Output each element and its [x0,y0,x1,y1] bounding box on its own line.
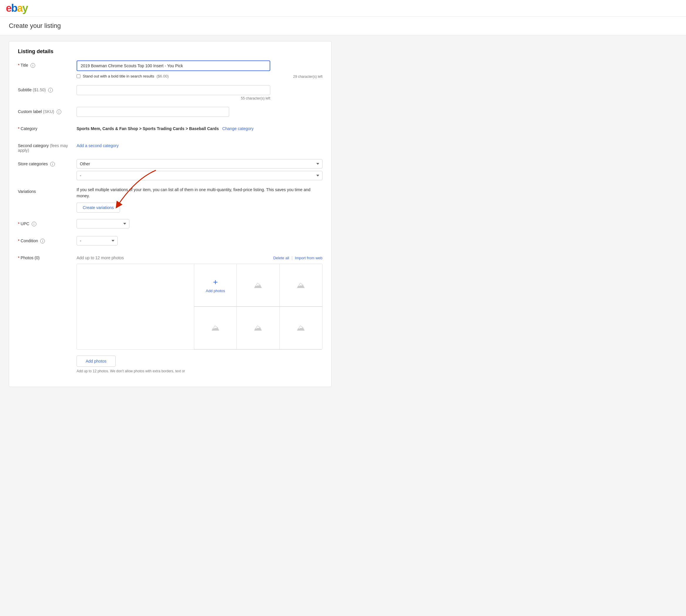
custom-label-input[interactable] [76,107,229,117]
subtitle-price: ($1.50) [33,88,46,92]
photos-actions: Delete all | Import from web [273,253,322,260]
condition-label: * Condition i [18,236,76,243]
title-row: * Title i Stand out with a bold title in… [18,61,322,79]
photo-thumb-2[interactable]: ⛰ [237,264,279,307]
category-required-marker: * [18,126,19,131]
bold-title-checkbox[interactable] [76,74,81,78]
page-title: Create your listing [9,22,677,30]
logo-y: y [22,2,28,14]
custom-label-text: Custom label [18,109,42,114]
custom-label-row: Custom label (SKU) i [18,107,322,117]
store-categories-select-2[interactable]: - [76,171,322,180]
category-value: Sports Mem, Cards & Fan Shop > Sports Tr… [76,126,219,131]
photo-placeholder-icon-2: ⛰ [254,280,262,290]
upc-label: * UPC i [18,219,76,226]
change-category-link[interactable]: Change category [222,126,254,131]
page-title-bar: Create your listing [0,17,686,35]
upc-info-icon[interactable]: i [32,222,37,226]
subtitle-field: 55 character(s) left [76,85,322,101]
title-info-icon[interactable]: i [30,63,35,68]
store-categories-row: Store categories i Other - [18,159,322,180]
store-categories-select-1[interactable]: Other [76,159,322,169]
title-required-marker: * [18,63,19,68]
variations-btn-wrapper: Create variations [76,203,120,213]
add-second-category-link[interactable]: Add a second category [76,141,118,148]
photos-field: Add up to 12 more photos Delete all | Im… [76,253,322,373]
custom-label-note: (SKU) [43,109,54,114]
condition-required-marker: * [18,238,19,243]
subtitle-input[interactable] [76,85,270,95]
subtitle-info-icon[interactable]: i [48,88,53,92]
second-category-text: Second category [18,143,49,148]
second-category-row: Second category (fees may apply) Add a s… [18,141,322,153]
photo-placeholder-icon-6: ⛰ [297,323,305,333]
photos-add-more-text: Add up to 12 more photos [76,253,124,260]
photo-thumb-3[interactable]: ⛰ [280,264,322,307]
subtitle-label: Subtitle ($1.50) i [18,85,76,92]
add-photos-button[interactable]: Add photos [76,356,116,367]
custom-label-field [76,107,322,117]
photos-header: Add up to 12 more photos Delete all | Im… [76,253,322,260]
import-from-web-link[interactable]: Import from web [295,256,322,260]
photos-separator: | [291,256,293,260]
title-char-count: 29 character(s) left [293,74,322,79]
upc-required-marker: * [18,221,19,226]
second-category-label: Second category (fees may apply) [18,141,76,153]
variations-label: Variations [18,187,76,194]
add-photo-plus-icon: + [213,278,218,287]
store-categories-info-icon[interactable]: i [50,162,55,167]
create-variations-button[interactable]: Create variations [76,203,120,213]
photo-thumb-6[interactable]: ⛰ [280,307,322,349]
variations-label-text: Variations [18,189,36,194]
photos-label-text: Photos [21,256,33,260]
condition-field: - [76,236,322,245]
category-row: * Category Sports Mem, Cards & Fan Shop … [18,124,322,134]
add-photos-cell[interactable]: + Add photos [194,264,237,307]
store-categories-text: Store categories [18,161,48,166]
upc-select[interactable] [76,219,130,228]
bold-title-label: Stand out with a bold title in search re… [83,74,154,79]
photo-thumb-4[interactable]: ⛰ [194,307,237,349]
photos-required-marker: * [18,256,19,260]
photos-label-col: * Photos (0) [18,253,76,260]
category-label-text: Category [21,126,37,131]
category-field: Sports Mem, Cards & Fan Shop > Sports Tr… [76,124,322,131]
variations-field: If you sell multiple variations of your … [76,187,322,213]
variations-description: If you sell multiple variations of your … [76,187,322,199]
logo-e: e [6,2,11,14]
category-label: * Category [18,124,76,131]
title-label-text: Title [21,63,28,68]
listing-details-section: Listing details * Title i Stand out with… [9,41,331,387]
photo-placeholder-icon-3: ⛰ [297,280,305,290]
condition-select[interactable]: - [76,236,118,245]
add-photos-thumb-text: Add photos [206,289,225,293]
main-upload-area[interactable] [77,264,194,349]
section-title: Listing details [18,48,322,54]
photo-placeholder-icon-5: ⛰ [254,323,262,333]
subtitle-char-count: 55 character(s) left [76,96,270,101]
custom-label-info-icon[interactable]: i [56,110,61,114]
subtitle-row: Subtitle ($1.50) i 55 character(s) left [18,85,322,101]
logo-b: b [11,2,17,14]
subtitle-label-text: Subtitle [18,88,32,92]
title-input[interactable] [76,61,270,71]
ebay-logo: ebay [6,3,28,14]
title-field: Stand out with a bold title in search re… [76,61,322,79]
photos-row: * Photos (0) Add up to 12 more photos De… [18,253,322,373]
main-content: Listing details * Title i Stand out with… [0,35,340,398]
store-categories-label: Store categories i [18,159,76,167]
condition-row: * Condition i - [18,236,322,247]
title-label: * Title i [18,61,76,68]
delete-all-link[interactable]: Delete all [273,256,289,260]
bold-title-row: Stand out with a bold title in search re… [76,73,322,79]
photo-thumb-5[interactable]: ⛰ [237,307,279,349]
variations-row: Variations If you sell multiple variatio… [18,187,322,213]
photos-grid-area: + Add photos ⛰ ⛰ ⛰ [76,264,322,350]
logo-a: a [17,2,22,14]
second-category-field: Add a second category [76,141,322,148]
upc-field [76,219,322,228]
thumbnail-grid: + Add photos ⛰ ⛰ ⛰ [194,264,322,349]
photos-count: (0) [35,256,40,260]
condition-info-icon[interactable]: i [40,239,45,243]
photo-placeholder-icon-4: ⛰ [211,323,220,333]
